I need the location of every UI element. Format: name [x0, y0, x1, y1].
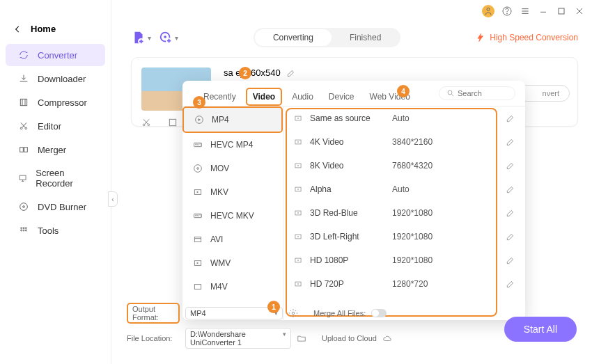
- mp4-icon: [194, 114, 205, 125]
- sync-icon: [18, 49, 29, 61]
- format-hevc-mp4[interactable]: HEVC HEVC MP4: [182, 133, 283, 157]
- edit-icon[interactable]: [506, 137, 515, 147]
- sidebar-item-converter[interactable]: Converter: [6, 44, 105, 66]
- format-avi[interactable]: AVI: [182, 228, 283, 251]
- start-all-button[interactable]: Start All: [504, 317, 577, 342]
- dd-tab-video[interactable]: Video: [246, 88, 282, 106]
- resolution-row[interactable]: Same as sourceAuto: [283, 106, 525, 130]
- sidebar-item-label: Editor: [38, 121, 61, 132]
- screen-icon: [18, 173, 27, 184]
- edit-icon[interactable]: [506, 113, 515, 123]
- dd-tab-device[interactable]: Device: [323, 89, 360, 104]
- add-file-button[interactable]: ▾: [131, 30, 151, 45]
- output-format-label: Output Format:: [127, 303, 180, 324]
- tab-finished[interactable]: Finished: [332, 29, 399, 46]
- folder-icon[interactable]: [297, 333, 306, 343]
- svg-marker-63: [297, 283, 299, 285]
- sidebar: Home Converter Downloader Compressor Edi…: [0, 0, 111, 364]
- m4v-icon: [192, 281, 203, 292]
- home-label: Home: [31, 24, 56, 34]
- svg-marker-53: [297, 165, 299, 166]
- sidebar-item-label: DVD Burner: [38, 202, 86, 212]
- file-location-select[interactable]: D:\Wondershare UniConverter 1 ▾: [185, 328, 291, 349]
- resolution-row[interactable]: HD 1080P1920*1080: [283, 248, 525, 272]
- trim-icon[interactable]: [141, 117, 152, 128]
- resolution-row[interactable]: 8K Video7680*4320: [283, 154, 525, 177]
- chevron-left-icon: [13, 24, 22, 34]
- svg-point-22: [23, 230, 24, 231]
- edit-icon[interactable]: [286, 68, 296, 78]
- svg-text:HEVC: HEVC: [195, 143, 202, 146]
- tab-converting[interactable]: Converting: [255, 29, 332, 46]
- sidebar-item-compressor[interactable]: Compressor: [6, 91, 105, 113]
- edit-icon[interactable]: [506, 161, 515, 171]
- sidebar-item-screen-recorder[interactable]: Screen Recorder: [6, 162, 105, 194]
- edit-icon[interactable]: [506, 279, 515, 289]
- svg-point-19: [23, 228, 24, 229]
- cloud-icon[interactable]: [382, 333, 392, 343]
- format-search[interactable]: [439, 86, 515, 100]
- svg-point-21: [21, 230, 22, 231]
- sidebar-item-merger[interactable]: Merger: [6, 139, 105, 161]
- edit-icon[interactable]: [506, 232, 515, 242]
- edit-icon[interactable]: [506, 184, 515, 194]
- crop-icon[interactable]: [167, 117, 178, 128]
- settings-icon[interactable]: [288, 308, 298, 318]
- format-m4v[interactable]: M4V: [182, 275, 283, 299]
- high-speed-toggle[interactable]: High Speed Conversion: [476, 33, 578, 42]
- tutorial-badge-2: 2: [239, 67, 251, 79]
- resolution-row[interactable]: 4K Video3840*2160: [283, 130, 525, 154]
- sidebar-item-editor[interactable]: Editor: [6, 115, 105, 137]
- format-list: MP4 HEVC HEVC MP4 MOV MKV HEVC HEVC MKV …: [182, 106, 283, 320]
- format-mp4[interactable]: MP4: [182, 106, 283, 133]
- search-input[interactable]: [458, 89, 506, 97]
- format-dropdown: Recently Video Audio Device Web Video MP…: [182, 81, 525, 320]
- svg-text:HEVC: HEVC: [195, 214, 202, 217]
- chevron-down-icon: ▾: [283, 331, 286, 338]
- edit-icon[interactable]: [506, 208, 515, 218]
- resolution-row[interactable]: 3D Left-Right1920*1080: [283, 225, 525, 248]
- home-button[interactable]: Home: [0, 24, 111, 34]
- tutorial-badge-4: 4: [397, 85, 410, 97]
- hevc-icon: HEVC: [192, 139, 203, 150]
- edit-icon[interactable]: [506, 255, 515, 265]
- svg-point-17: [23, 206, 25, 208]
- resolution-row[interactable]: HD 720P1280*720: [283, 272, 525, 296]
- merge-toggle[interactable]: [371, 309, 387, 317]
- resolution-row[interactable]: AlphaAuto: [283, 177, 525, 201]
- svg-marker-49: [297, 118, 299, 119]
- mkv-icon: [192, 187, 203, 198]
- disc-icon: [18, 201, 29, 212]
- svg-point-38: [197, 168, 199, 170]
- svg-rect-13: [20, 148, 24, 152]
- format-mov[interactable]: MOV: [182, 157, 283, 180]
- sidebar-item-label: Converter: [38, 50, 77, 61]
- sidebar-item-label: Compressor: [38, 97, 87, 108]
- chevron-down-icon: ▾: [148, 34, 151, 42]
- format-hevc-mkv[interactable]: HEVC HEVC MKV: [182, 204, 283, 228]
- upload-cloud-label: Upload to Cloud: [322, 334, 377, 342]
- svg-marker-46: [197, 262, 199, 264]
- dd-tab-audio[interactable]: Audio: [286, 89, 319, 104]
- chevron-down-icon: ▾: [175, 34, 178, 42]
- svg-point-26: [164, 35, 166, 38]
- file-add-icon: [131, 30, 146, 45]
- sidebar-item-tools[interactable]: Tools: [6, 219, 105, 242]
- sidebar-item-downloader[interactable]: Downloader: [6, 68, 105, 90]
- sidebar-item-label: Merger: [38, 145, 66, 155]
- svg-point-20: [25, 228, 26, 229]
- format-mkv[interactable]: MKV: [182, 180, 283, 204]
- sidebar-item-dvd-burner[interactable]: DVD Burner: [6, 196, 105, 218]
- svg-rect-43: [194, 237, 201, 242]
- svg-point-18: [21, 228, 22, 229]
- convert-button[interactable]: nvert: [518, 85, 570, 102]
- svg-marker-34: [198, 118, 201, 121]
- svg-marker-40: [197, 191, 199, 193]
- add-url-button[interactable]: ▾: [158, 30, 178, 45]
- svg-marker-61: [297, 260, 299, 261]
- format-wmv[interactable]: WMV: [182, 251, 283, 275]
- disc-add-icon: [158, 30, 173, 45]
- tutorial-badge-3: 3: [193, 96, 205, 109]
- resolution-row[interactable]: 3D Red-Blue1920*1080: [283, 201, 525, 225]
- mov-icon: [192, 163, 203, 174]
